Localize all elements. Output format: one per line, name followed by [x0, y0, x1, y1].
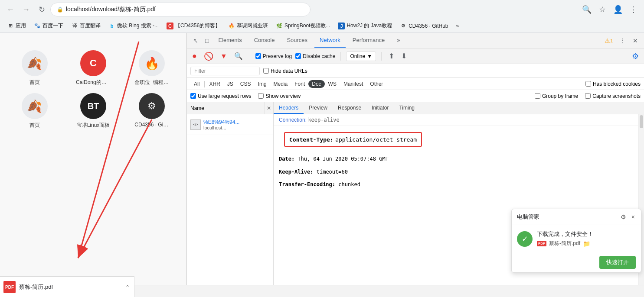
download-button[interactable]: ⬇	[399, 51, 409, 61]
tile-caidong[interactable]: C CaiDong的博...	[67, 50, 119, 86]
download-chevron-icon[interactable]: ^	[124, 282, 131, 292]
download-pdf-icon: PDF	[3, 281, 16, 293]
bookmark-github[interactable]: ⚙ CD4356 · GitHub	[396, 21, 451, 31]
forward-button[interactable]: →	[19, 3, 33, 16]
file-host-1: localhost...	[203, 125, 239, 130]
folder-icon[interactable]: 📁	[583, 240, 590, 247]
filter-button[interactable]: ▼	[219, 52, 229, 61]
shield-icon: ✓	[517, 231, 533, 247]
menu-button[interactable]: ⋮	[627, 3, 641, 16]
notification-text: 下载完成，文件安全！ PDF 蔡栋-简历.pdf 📁	[537, 230, 636, 247]
detail-tabs: Headers Preview Response Initiator Timin…	[274, 102, 644, 114]
bookmark-springboot[interactable]: 🌿 SpringBoot视频教...	[272, 21, 333, 31]
bookmark-apps[interactable]: ⊞ 应用	[3, 21, 29, 31]
detail-tab-initiator[interactable]: Initiator	[366, 102, 394, 114]
devtools-close-button[interactable]: ✕	[630, 36, 641, 46]
type-btn-ws[interactable]: WS	[325, 80, 340, 88]
url-text: localhost/download/蔡栋-简历.pdf	[66, 6, 156, 13]
type-btn-manifest[interactable]: Manifest	[340, 80, 366, 88]
type-btn-all[interactable]: All	[190, 80, 203, 88]
tile-home2[interactable]: 🍂 首页	[9, 93, 60, 129]
col-name-header[interactable]: Name	[187, 102, 265, 114]
devtools-menu-button[interactable]: ⋮	[617, 36, 628, 46]
notification-body: ✓ 下载完成，文件安全！ PDF 蔡栋-简历.pdf 📁	[512, 225, 641, 252]
network-row-1[interactable]: </> %E8%94%94... localhost...	[187, 114, 273, 135]
bookmark-bing[interactable]: b 微软 Bing 搜索 -...	[105, 21, 162, 31]
filter-input[interactable]	[190, 67, 260, 75]
detail-tab-headers[interactable]: Headers	[274, 102, 304, 114]
baidu-icon: 🐾	[34, 23, 41, 29]
type-btn-other[interactable]: Other	[366, 80, 386, 88]
account-button[interactable]: 👤	[611, 3, 625, 16]
bookmark-more[interactable]: »	[453, 22, 463, 30]
refresh-button[interactable]: ↻	[35, 3, 49, 16]
type-btn-media[interactable]: Media	[270, 80, 291, 88]
settings-button[interactable]: ⚙	[630, 51, 641, 62]
group-by-frame-checkbox[interactable]: Group by frame	[535, 93, 578, 99]
tile-github[interactable]: ⚙ CD4356 · GitH...	[126, 93, 178, 129]
type-filter-bar: All | XHR JS CSS Img Media Font Doc WS M…	[187, 78, 644, 90]
detail-tab-response[interactable]: Response	[333, 102, 366, 114]
type-btn-img[interactable]: Img	[255, 80, 270, 88]
notification-header: 电脑管家 ⚙ ×	[512, 209, 641, 225]
tile-jobsite[interactable]: 🔥 金职位_编程零...	[126, 50, 178, 86]
large-rows-checkbox[interactable]: Use large request rows	[190, 93, 251, 99]
bookmark-star-button[interactable]: ☆	[595, 3, 609, 16]
search-button[interactable]: 🔍	[232, 51, 245, 61]
capture-screenshots-checkbox[interactable]: Capture screenshots	[585, 93, 641, 99]
notif-filename: 蔡栋-简历.pdf	[549, 240, 580, 247]
type-btn-font[interactable]: Font	[291, 80, 308, 88]
bookmark-baidu[interactable]: 🐾 百度一下	[30, 21, 67, 31]
show-overview-checkbox[interactable]: Show overview	[258, 93, 301, 99]
type-btn-doc[interactable]: Doc	[308, 80, 324, 88]
col-close[interactable]: ✕	[265, 102, 274, 114]
upload-button[interactable]: ⬆	[387, 51, 396, 61]
online-selector[interactable]: Online ▼	[346, 52, 376, 61]
notification-title: 电脑管家	[517, 213, 539, 221]
warning-button[interactable]: ⚠ 1	[602, 36, 615, 46]
type-btn-xhr[interactable]: XHR	[206, 80, 224, 88]
bookmark-cd4356[interactable]: C 【CD4356的博客】	[163, 21, 224, 31]
bookmark-baidu-translate[interactable]: 译 百度翻译	[68, 21, 104, 31]
inspector-button[interactable]: □	[203, 36, 211, 46]
file-name-1: %E8%94%94...	[203, 119, 239, 125]
cd4356-icon: C	[167, 23, 173, 29]
bing-icon: b	[108, 23, 115, 29]
tile-home1[interactable]: 🍂 首页	[9, 50, 60, 86]
bookmark-how2j[interactable]: J How2J 的 Java教程	[334, 21, 396, 31]
tab-more[interactable]: »	[392, 33, 405, 48]
hide-data-urls-checkbox[interactable]: Hide data URLs	[263, 68, 307, 74]
cursor-tool-button[interactable]: ↖	[190, 36, 201, 46]
content-type-box: Content-Type: application/octet-stream	[284, 132, 422, 147]
tile-bt[interactable]: BT 宝塔Linux面板	[67, 93, 119, 129]
type-btn-css[interactable]: CSS	[237, 80, 255, 88]
detail-tab-preview[interactable]: Preview	[304, 102, 333, 114]
has-blocked-cookies-checkbox[interactable]: Has blocked cookies	[585, 81, 641, 87]
notification-main-text: 下载完成，文件安全！	[537, 230, 636, 238]
tab-network[interactable]: Network	[314, 33, 346, 48]
quick-open-button[interactable]: 快速打开	[599, 256, 636, 269]
tab-elements[interactable]: Elements	[213, 33, 247, 48]
download-filename: 蔡栋-简历.pdf	[19, 283, 121, 291]
tab-sources[interactable]: Sources	[281, 33, 313, 48]
back-button[interactable]: ←	[3, 3, 17, 16]
preserve-log-checkbox[interactable]: Preserve log	[255, 53, 292, 59]
tab-performance[interactable]: Performance	[347, 33, 390, 48]
bookmark-grid: 🍂 首页 C CaiDong的博... 🔥 金职位_编程零... 🍂 首页 BT…	[0, 33, 186, 146]
address-bar[interactable]: 🔒 localhost/download/蔡栋-简历.pdf	[50, 3, 311, 16]
clear-button[interactable]: 🚫	[202, 51, 215, 62]
network-table-header: Name ✕ Headers Preview Response Initiato…	[187, 102, 644, 114]
detail-tab-timing[interactable]: Timing	[394, 102, 420, 114]
record-button[interactable]: ●	[190, 51, 199, 61]
disable-cache-checkbox[interactable]: Disable cache	[295, 53, 335, 59]
zoom-button[interactable]: 🔍	[580, 3, 594, 16]
notification-popup: 电脑管家 ⚙ × ✓ 下载完成，文件安全！ PDF 蔡栋-简历.pdf 📁 快速…	[511, 209, 641, 273]
type-btn-js[interactable]: JS	[224, 80, 237, 88]
response-date: Date: Thu, 04 Jun 2020 05:07:48 GMT	[274, 153, 638, 166]
notification-close-button[interactable]: ×	[631, 213, 636, 221]
notification-gear-button[interactable]: ⚙	[620, 213, 627, 221]
options-bar: Use large request rows Show overview Gro…	[187, 90, 644, 102]
springboot-icon: 🌿	[276, 23, 283, 29]
bookmark-mooc[interactable]: 🔥 慕课网就业班	[225, 21, 271, 31]
tab-console[interactable]: Console	[249, 33, 280, 48]
